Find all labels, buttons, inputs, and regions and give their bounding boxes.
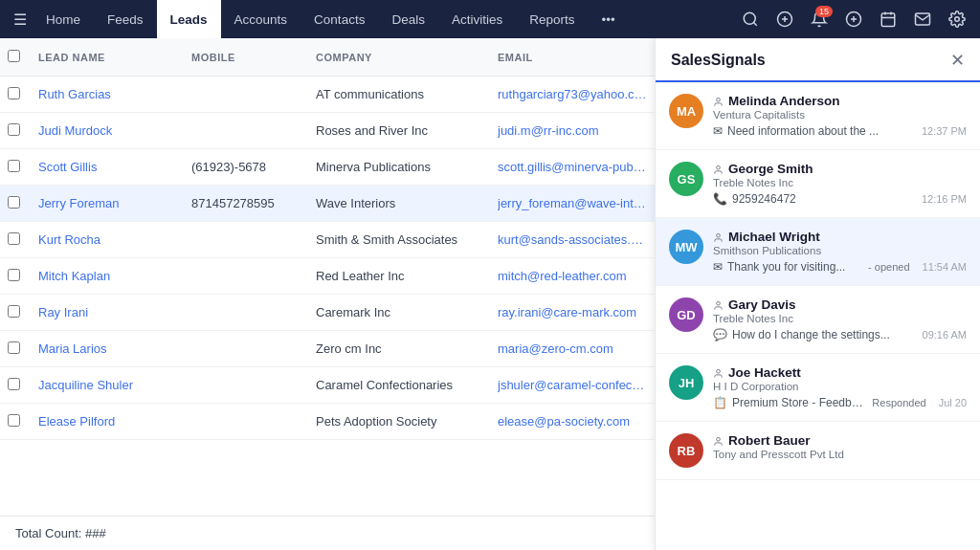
signal-item[interactable]: MA Melinda Anderson Ventura Capitalists … [656,82,980,150]
lead-name[interactable]: Ruth Garcias [38,87,191,101]
signal-item[interactable]: GD Gary Davis Treble Notes Inc 💬 How do … [656,286,980,354]
signal-message: 💬 How do I change the settings... 09:16 … [713,328,967,341]
col-lead-name: LEAD NAME [38,52,191,63]
lead-mobile: 871457278595 [191,196,316,210]
signal-content: George Smith Treble Notes Inc 📞 92592464… [713,162,967,206]
nav-reports[interactable]: Reports [516,0,588,38]
lead-email[interactable]: ruthgarciarg73@yahoo.com [498,87,647,101]
lead-email[interactable]: mitch@red-leather.com [498,269,647,283]
table-row: Elease Pilford Pets Adoption Society ele… [0,404,655,440]
table-header: LEAD NAME MOBILE COMPANY EMAIL [0,38,655,77]
lead-company: Minerva Publications [316,160,498,174]
lead-company: Wave Interiors [316,196,498,210]
row-checkbox[interactable] [8,378,38,393]
total-count: Total Count: ### [0,516,655,550]
nav-home[interactable]: Home [33,0,94,38]
game-icon[interactable] [769,4,800,34]
lead-email[interactable]: elease@pa-society.com [498,414,647,429]
lead-email[interactable]: jerry_foreman@wave-interiors.c... [498,196,647,210]
signal-item[interactable]: GS George Smith Treble Notes Inc 📞 92592… [656,150,980,218]
add-button[interactable] [838,4,869,34]
row-checkbox[interactable] [8,87,38,102]
nav-activities[interactable]: Activities [438,0,516,38]
nav-feeds[interactable]: Feeds [94,0,157,38]
person-icon [713,232,724,243]
lead-name[interactable]: Ray Irani [38,305,191,319]
lead-name[interactable]: Maria Larios [38,341,191,356]
row-checkbox[interactable] [8,305,38,320]
row-checkbox[interactable] [8,341,38,357]
doc-icon: 📋 [713,396,727,409]
row-checkbox[interactable] [8,160,38,175]
nav-more[interactable]: ••• [588,0,628,38]
signal-status: Responded [872,397,925,408]
lead-mobile: (61923)-5678 [191,160,316,174]
signal-time: Jul 20 [939,397,967,408]
lead-email[interactable]: ray.irani@care-mark.com [498,305,647,319]
main-area: LEAD NAME MOBILE COMPANY EMAIL Ruth Garc… [0,38,980,550]
lead-name[interactable]: Jerry Foreman [38,196,191,210]
signal-time: 12:16 PM [922,193,967,205]
settings-button[interactable] [942,4,972,34]
nav-deals[interactable]: Deals [378,0,438,38]
signals-close-button[interactable]: ✕ [950,52,965,69]
signal-content: Michael Wright Smithson Publications ✉ T… [713,230,967,274]
signal-content: Melinda Anderson Ventura Capitalists ✉ N… [713,94,967,138]
svg-point-10 [717,437,721,441]
row-checkbox[interactable] [8,123,38,139]
avatar: JH [669,365,703,400]
row-checkbox[interactable] [8,414,38,429]
signal-message-text: How do I change the settings... [732,328,910,341]
signals-panel: SalesSignals ✕ MA Melinda Anderson Ventu… [655,38,980,550]
avatar: RB [669,433,703,468]
lead-email[interactable]: judi.m@rr-inc.com [498,123,647,138]
nav-contacts[interactable]: Contacts [301,0,378,38]
signal-item[interactable]: RB Robert Bauer Tony and Presscott Pvt L… [656,422,980,480]
col-company: COMPANY [316,52,498,63]
nav-accounts[interactable]: Accounts [221,0,301,38]
svg-rect-3 [881,13,895,27]
lead-name[interactable]: Jacquiline Shuler [38,378,191,392]
row-checkbox[interactable] [8,232,38,248]
lead-company: Smith & Smith Associates [316,232,498,247]
signal-item[interactable]: JH Joe Hackett H I D Corporation 📋 Premi… [656,354,980,422]
lead-email[interactable]: maria@zero-cm.com [498,341,647,356]
lead-company: Pets Adoption Society [316,414,498,429]
person-icon [713,165,724,175]
nav-leads[interactable]: Leads [157,0,221,38]
signal-company: Treble Notes Inc [713,177,967,188]
chat-icon: 💬 [713,328,727,341]
table-row: Scott Gillis (61923)-5678 Minerva Public… [0,149,655,186]
select-all-checkbox[interactable] [8,50,38,65]
hamburger-menu[interactable]: ☰ [8,5,33,34]
table-row: Ruth Garcias AT communications ruthgarci… [0,77,655,113]
svg-point-0 [744,12,755,24]
signal-company: Treble Notes Inc [713,313,967,324]
lead-name[interactable]: Judi Murdock [38,123,191,138]
lead-name[interactable]: Scott Gillis [38,160,191,174]
row-checkbox[interactable] [8,196,38,211]
table-row: Kurt Rocha Smith & Smith Associates kurt… [0,222,655,258]
lead-name[interactable]: Elease Pilford [38,414,191,429]
person-icon [713,97,724,107]
table-body: Ruth Garcias AT communications ruthgarci… [0,77,655,516]
person-icon [713,300,724,311]
calendar-button[interactable] [873,4,903,34]
lead-email[interactable]: scott.gillis@minerva-publications... [498,160,647,174]
lead-email[interactable]: jshuler@caramel-confectionaries... [498,378,647,392]
notification-button[interactable]: 15 [804,4,835,34]
svg-point-8 [717,301,721,305]
row-checkbox[interactable] [8,269,38,284]
signal-item-active[interactable]: MW Michael Wright Smithson Publications … [656,218,980,286]
mail-button[interactable] [907,4,938,34]
signal-time: 11:54 AM [923,261,967,273]
signal-company: Smithson Publications [713,245,967,256]
signal-company: Tony and Presscott Pvt Ltd [713,449,967,460]
lead-name[interactable]: Kurt Rocha [38,232,191,247]
avatar: MW [669,230,703,264]
col-mobile: MOBILE [191,52,316,63]
lead-name[interactable]: Mitch Kaplan [38,269,191,283]
lead-email[interactable]: kurt@sands-associates.com [498,232,647,247]
search-button[interactable] [735,4,766,34]
lead-company: Roses and River Inc [316,123,498,138]
